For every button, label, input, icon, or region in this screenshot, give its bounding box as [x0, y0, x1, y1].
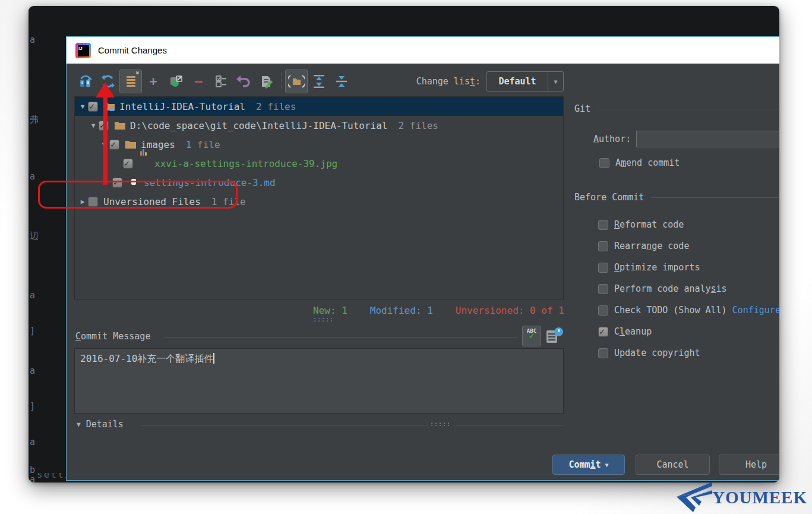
checkbox[interactable] [598, 305, 608, 316]
remove-icon[interactable]: — [187, 70, 210, 93]
amend-commit-label: Amend commit [615, 157, 680, 168]
add-icon[interactable]: + [142, 70, 165, 93]
expand-arrow-icon[interactable]: ▼ [88, 122, 99, 130]
dialog-title: Commit Changes [98, 45, 167, 55]
commit-options-panel: Git Author: Amend commit Before Commit R… [574, 64, 779, 456]
section-rule [141, 425, 564, 425]
bg-code-fragment: ] [30, 401, 38, 412]
watermark: YOUMEEK [675, 482, 807, 513]
option-optimize-imports[interactable]: Optimize imports [598, 262, 700, 273]
dialog-titlebar: Commit Changes ✕ [67, 37, 779, 64]
shelve-icon[interactable] [255, 70, 277, 93]
changes-summary: New: 1 Modified: 1 Unversioned: 0 of 1 [313, 305, 564, 316]
bg-code-fragment: a [30, 290, 38, 301]
folder-icon [125, 138, 137, 150]
annotation-highlight-box [38, 181, 238, 209]
author-input[interactable] [636, 131, 779, 147]
change-list-label: Change list: [416, 76, 481, 87]
tree-row-project[interactable]: ▼ IntelliJ-IDEA-Tutorial 2 files [75, 97, 563, 116]
youmeek-logo-icon [675, 482, 712, 513]
help-button[interactable]: Help [719, 455, 779, 475]
collapse-all-icon[interactable] [330, 70, 353, 93]
close-icon[interactable]: ✕ [778, 43, 779, 58]
bg-code-fragment: a [30, 34, 38, 45]
checkbox[interactable] [599, 158, 609, 168]
change-list-combobox[interactable]: Default ▼ [486, 71, 564, 92]
expand-arrow-icon[interactable]: ▼ [77, 103, 88, 111]
before-commit-section-header: Before Commit [574, 192, 779, 203]
bg-code-fragment: a [30, 437, 38, 447]
commit-history-icon[interactable] [545, 327, 563, 345]
bg-code-fragment: ] [30, 326, 38, 336]
author-row: Author: [593, 131, 779, 147]
commit-executor-icon[interactable] [210, 70, 232, 93]
tree-row-root-dir[interactable]: ▼ D:\code_space\git_code\IntelliJ-IDEA-T… [75, 116, 563, 135]
spellcheck-button[interactable]: ABC✓ [522, 326, 541, 346]
tree-row-new-jpg-file[interactable]: xxvi-a-settings-introduce-39.jpg [75, 154, 563, 173]
commit-message-text: 2016-07-10补充一个翻译插件 [80, 353, 213, 364]
rollback-icon[interactable] [232, 70, 255, 93]
splitter-grip[interactable]: ::::: [428, 421, 453, 427]
show-diff-icon[interactable] [74, 70, 97, 93]
tree-row-label: xxvi-a-settings-introduce-39.jpg [154, 158, 337, 169]
checkbox[interactable] [598, 348, 608, 358]
file-count-badge: 2 files [256, 101, 296, 112]
folder-icon [114, 119, 126, 131]
bg-code-fragment: 弗 [30, 114, 38, 125]
tree-row-images-dir[interactable]: ▼ images 1 file [75, 135, 563, 154]
checkbox[interactable] [598, 263, 608, 273]
image-file-icon [138, 157, 150, 169]
expand-all-icon[interactable] [308, 70, 330, 93]
chevron-down-icon: ▼ [605, 462, 609, 468]
option-reformat-code[interactable]: Reformat code [598, 219, 684, 230]
cancel-button[interactable]: Cancel [636, 455, 710, 475]
commit-button[interactable]: Commit ▼ [552, 455, 625, 475]
tree-row-label: images [141, 139, 175, 150]
checkbox[interactable] [598, 284, 608, 294]
text-cursor [213, 353, 214, 364]
chevron-down-icon[interactable]: ▼ [548, 72, 563, 91]
option-cleanup[interactable]: Cleanup [598, 326, 652, 337]
configure-link[interactable]: Configure [732, 305, 779, 316]
option-perform-code-analysis[interactable]: Perform code analysis [598, 283, 727, 294]
expand-arrow-icon: ▼ [77, 421, 81, 428]
tree-row-label: D:\code_space\git_code\IntelliJ-IDEA-Tut… [130, 120, 387, 131]
change-list-value: Default [487, 76, 548, 87]
bg-code-fragment: a [30, 171, 38, 182]
bg-code-fragment: a [30, 365, 38, 376]
details-label: Details [86, 419, 124, 430]
modified-count: Modified: 1 [370, 305, 433, 316]
toolbar-separator [281, 72, 282, 90]
annotation-arrow [103, 96, 108, 185]
file-count-badge: 1 file [186, 139, 220, 150]
checkbox[interactable] [598, 327, 608, 337]
new-count: New: 1 [313, 305, 347, 316]
checkbox[interactable] [598, 241, 608, 251]
option-update-copyright[interactable]: Update copyright [598, 348, 700, 358]
amend-commit-row[interactable]: Amend commit [599, 157, 680, 168]
commit-message-input[interactable]: 2016-07-10补充一个翻译插件 [74, 348, 564, 414]
bg-code-fragment: 辺 [30, 231, 38, 242]
move-to-changelist-icon[interactable] [165, 70, 187, 93]
changelist-bars [127, 75, 135, 88]
checkbox[interactable] [123, 159, 133, 169]
option-rearrange-code[interactable]: Rearrange code [598, 241, 689, 251]
author-label: Author: [593, 134, 631, 144]
checkbox[interactable] [109, 140, 119, 150]
tree-row-label: IntelliJ-IDEA-Tutorial [119, 101, 245, 112]
screen: a 弗 a 辺 a ] a ] a b a 反 settings-introdu… [0, 0, 812, 514]
option-check-todo[interactable]: Check TODO (Show All) Configure [598, 305, 779, 316]
group-by-directory-icon[interactable] [285, 70, 308, 93]
git-section-header: Git [574, 103, 779, 114]
changelist-icon[interactable] [119, 70, 142, 93]
checkbox[interactable] [88, 102, 98, 112]
file-count-badge: 2 files [398, 120, 438, 131]
watermark-text: YOUMEEK [712, 488, 807, 507]
section-rule [165, 337, 518, 338]
ide-background-window: a 弗 a 辺 a ] a ] a b a 反 settings-introdu… [29, 6, 779, 483]
annotation-arrow-head [96, 83, 115, 97]
commit-message-label: Commit Message [75, 331, 150, 342]
details-toggle[interactable]: ▼ Details [77, 419, 124, 430]
splitter-grip[interactable]: ::::: [313, 316, 334, 323]
checkbox[interactable] [598, 220, 608, 230]
